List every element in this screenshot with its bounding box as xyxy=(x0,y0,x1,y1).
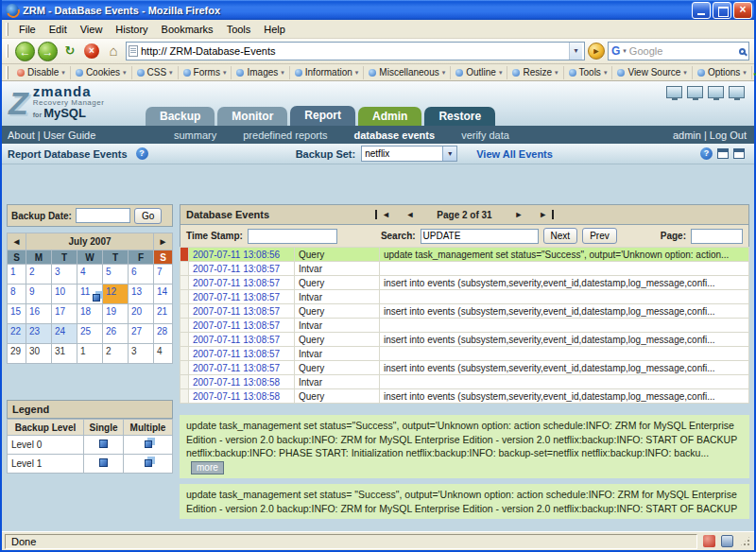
calendar-day[interactable]: 9 xyxy=(26,285,52,304)
last-page-icon[interactable]: ► xyxy=(534,210,554,219)
calendar-day[interactable]: 14 xyxy=(154,285,173,304)
calendar-day[interactable]: 28 xyxy=(154,324,173,344)
previous-page-icon[interactable]: ◄ xyxy=(402,210,420,219)
devtool-cookies[interactable]: Cookies▾ xyxy=(71,66,132,79)
event-timestamp[interactable]: 2007-07-11 13:08:57 xyxy=(189,347,295,361)
event-timestamp[interactable]: 2007-07-11 13:08:57 xyxy=(189,333,295,347)
reload-button[interactable]: ↻ xyxy=(60,42,79,60)
event-row[interactable]: 2007-07-11 13:08:57 Query insert into ev… xyxy=(180,361,749,375)
window-layout-icon[interactable] xyxy=(717,148,729,159)
event-timestamp[interactable]: 2007-07-11 13:08:57 xyxy=(189,276,295,290)
calendar-prev-icon[interactable]: ◄ xyxy=(8,233,26,250)
search-icon[interactable] xyxy=(739,48,746,55)
more-button[interactable]: more xyxy=(191,461,224,474)
minimize-button[interactable] xyxy=(692,2,711,19)
event-row[interactable]: 2007-07-11 13:08:57 Intvar xyxy=(180,347,749,361)
calendar-day[interactable]: 30 xyxy=(26,344,52,364)
calendar-day[interactable]: 13 xyxy=(129,285,154,304)
calendar-day[interactable]: 5 xyxy=(103,265,129,285)
admin-logout-links[interactable]: admin | Log Out xyxy=(665,129,754,141)
close-button[interactable]: × xyxy=(733,2,752,19)
statusbar-addon-icon[interactable] xyxy=(721,535,733,547)
menu-bookmarks[interactable]: Bookmarks xyxy=(155,22,220,37)
devtool-disable[interactable]: Disable▾ xyxy=(12,66,71,79)
devtool-miscellaneous[interactable]: Miscellaneous▾ xyxy=(364,66,451,79)
page-input[interactable] xyxy=(691,229,743,244)
event-row[interactable]: 2007-07-11 13:08:57 Query insert into ev… xyxy=(180,276,749,290)
menu-edit[interactable]: Edit xyxy=(43,22,74,37)
calendar-day[interactable]: 21 xyxy=(154,304,173,324)
calendar-day[interactable]: 3 xyxy=(129,344,154,364)
devtool-options[interactable]: Options▾ xyxy=(693,66,752,79)
resize-grip[interactable] xyxy=(739,535,751,547)
view-all-events-link[interactable]: View All Events xyxy=(476,148,553,160)
toolbar-grip[interactable] xyxy=(6,44,9,58)
monitor-icon[interactable] xyxy=(687,86,703,98)
monitor-icon[interactable] xyxy=(729,86,745,98)
event-timestamp[interactable]: 2007-07-11 13:08:57 xyxy=(189,319,295,333)
event-timestamp[interactable]: 2007-07-11 13:08:57 xyxy=(189,290,295,304)
devtool-outline[interactable]: Outline▾ xyxy=(451,66,507,79)
menu-history[interactable]: History xyxy=(109,22,154,37)
menu-view[interactable]: View xyxy=(74,22,110,37)
calendar-day[interactable]: 16 xyxy=(26,304,52,324)
calendar-day[interactable]: 17 xyxy=(52,304,77,324)
event-timestamp[interactable]: 2007-07-11 13:08:57 xyxy=(189,262,295,276)
devtool-css[interactable]: CSS▾ xyxy=(132,66,179,79)
calendar-day[interactable]: 3 xyxy=(52,265,77,285)
tab-admin[interactable]: Admin xyxy=(358,107,421,126)
chevron-down-icon[interactable]: ▾ xyxy=(442,147,456,161)
calendar-day[interactable]: 15 xyxy=(8,304,26,324)
go-button[interactable]: ► xyxy=(588,43,605,60)
devtool-images[interactable]: Images▾ xyxy=(232,66,289,79)
calendar-day[interactable]: 31 xyxy=(52,344,77,364)
maximize-button[interactable] xyxy=(713,2,731,19)
event-row[interactable]: 2007-07-11 13:08:57 Intvar xyxy=(180,262,749,276)
statusbar-addon-icon[interactable] xyxy=(703,535,715,547)
url-dropdown-icon[interactable]: ▾ xyxy=(569,43,582,60)
event-row[interactable]: 2007-07-11 13:08:57 Intvar xyxy=(180,290,749,304)
monitor-icon[interactable] xyxy=(708,86,724,98)
calendar-day[interactable]: 4 xyxy=(154,344,173,364)
calendar-day[interactable]: 1 xyxy=(8,265,26,285)
calendar-day[interactable]: 6 xyxy=(129,265,154,285)
devtool-resize[interactable]: Resize▾ xyxy=(507,66,563,79)
tab-restore[interactable]: Restore xyxy=(424,107,495,126)
back-button[interactable]: ← xyxy=(15,42,35,61)
subnav-item-database-events[interactable]: database events xyxy=(341,129,449,141)
toolbar-grip[interactable] xyxy=(6,23,9,36)
subnav-item-summary[interactable]: summary xyxy=(161,129,230,141)
event-row[interactable]: 2007-07-11 13:08:57 Query insert into ev… xyxy=(180,304,749,319)
tab-monitor[interactable]: Monitor xyxy=(217,107,287,126)
event-timestamp[interactable]: 2007-07-11 13:08:56 xyxy=(189,248,295,262)
prev-button[interactable]: Prev xyxy=(582,228,617,244)
calendar-day[interactable]: 2 xyxy=(26,265,52,285)
subnav-item-predefined-reports[interactable]: predefined reports xyxy=(230,129,340,141)
event-timestamp[interactable]: 2007-07-11 13:08:58 xyxy=(189,375,295,389)
toolbar-grip[interactable] xyxy=(6,66,9,79)
calendar-day[interactable]: 19 xyxy=(103,304,129,324)
title-bar[interactable]: ZRM - DataBase Events - Mozilla Firefox … xyxy=(2,0,754,20)
calendar-day[interactable]: 23 xyxy=(26,324,52,344)
calendar-day[interactable]: 7 xyxy=(154,265,173,285)
event-row[interactable]: 2007-07-11 13:08:58 Query insert into ev… xyxy=(180,389,749,404)
tab-report[interactable]: Report xyxy=(290,106,355,126)
menu-file[interactable]: File xyxy=(12,22,43,37)
first-page-icon[interactable]: ◄ xyxy=(375,210,395,219)
devtool-forms[interactable]: Forms▾ xyxy=(179,66,232,79)
calendar-day[interactable]: 29 xyxy=(8,344,26,364)
event-timestamp[interactable]: 2007-07-11 13:08:57 xyxy=(189,304,295,319)
calendar-day[interactable]: 10 xyxy=(52,285,77,304)
event-row[interactable]: 2007-07-11 13:08:57 Query insert into ev… xyxy=(180,333,749,347)
search-engine-dropdown-icon[interactable]: ▾ xyxy=(623,47,627,55)
event-row-selected[interactable]: 2007-07-11 13:08:56 Query update task_ma… xyxy=(180,248,749,262)
event-timestamp[interactable]: 2007-07-11 13:08:58 xyxy=(189,389,295,404)
calendar-day[interactable]: 26 xyxy=(103,324,129,344)
url-bar[interactable]: ▾ xyxy=(126,42,585,60)
event-timestamp[interactable]: 2007-07-11 13:08:57 xyxy=(189,361,295,375)
devtool-information[interactable]: Information▾ xyxy=(290,66,365,79)
stop-button[interactable]: × xyxy=(84,43,99,59)
go-button[interactable]: Go xyxy=(134,208,162,224)
calendar-day[interactable]: 18 xyxy=(77,304,103,324)
backup-date-input[interactable] xyxy=(76,208,130,223)
